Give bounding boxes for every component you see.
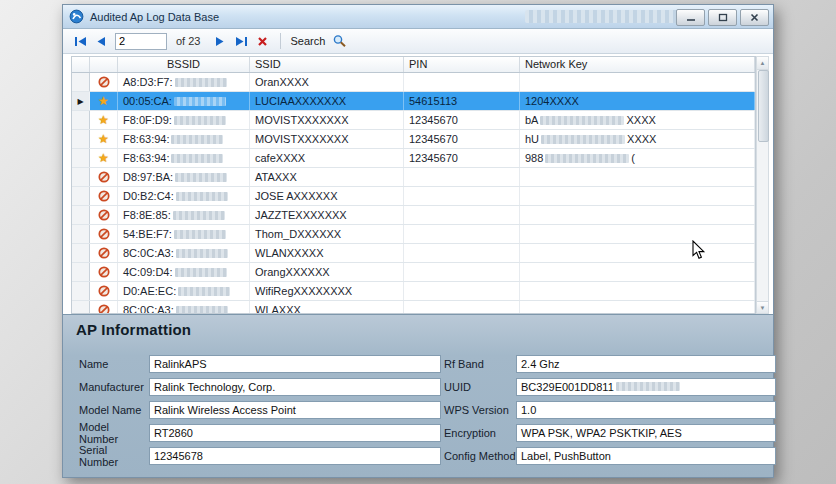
field-value-box[interactable]: Ralink Wireless Access Point: [149, 401, 441, 419]
cell-ssid: WifiRegXXXXXXXX: [250, 282, 404, 300]
cell-bssid: F8:63:94:: [118, 149, 250, 167]
field-label: Serial Number: [79, 444, 149, 468]
cell-row-selector[interactable]: [72, 130, 90, 148]
field-value-box[interactable]: 12345678: [149, 447, 441, 465]
ap-info-field: Model NumberRT2860: [79, 421, 441, 444]
search-icon[interactable]: [332, 34, 347, 48]
redacted-text: [174, 230, 226, 239]
field-label: Name: [79, 358, 149, 370]
cell-pin: [404, 282, 520, 300]
cell-row-selector[interactable]: [72, 301, 90, 314]
cell-bssid: F8:0F:D9:: [118, 111, 250, 129]
field-value-box[interactable]: RT2860: [149, 424, 441, 442]
table-row[interactable]: 54:BE:F7:Thom_DXXXXXX: [72, 225, 755, 244]
ap-info-field: Config MethodLabel, PushButton: [444, 444, 776, 467]
bssid-prefix: 00:05:CA:: [123, 95, 172, 107]
cell-row-selector[interactable]: [72, 187, 90, 205]
table-row[interactable]: F8:8E:85:JAZZTEXXXXXXX: [72, 206, 755, 225]
cell-row-selector[interactable]: [72, 263, 90, 281]
cell-row-selector[interactable]: [72, 244, 90, 262]
toolbar-separator: [280, 33, 281, 49]
first-record-button[interactable]: [71, 32, 89, 50]
cell-row-selector[interactable]: [72, 168, 90, 186]
star-icon: ★: [98, 152, 109, 164]
table-row[interactable]: ▶★00:05:CA:LUCIAAXXXXXXX546151131204XXXX: [72, 92, 755, 111]
table-row[interactable]: ★F8:63:94:cafeXXXX12345670988(: [72, 149, 755, 168]
table-row[interactable]: 4C:09:D4:OrangXXXXXX: [72, 263, 755, 282]
close-button[interactable]: [740, 9, 769, 26]
table-row[interactable]: ★F8:63:94:MOVISTXXXXXXX12345670hUXXXX: [72, 130, 755, 149]
redacted-text: [176, 306, 228, 315]
cell-row-selector[interactable]: [72, 282, 90, 300]
cell-network-key: [520, 206, 755, 224]
redacted-text: [171, 154, 223, 163]
cell-status-icon: ★: [90, 149, 118, 167]
network-key-text: 1204XXXX: [525, 95, 579, 107]
scroll-down-button[interactable]: ▼: [757, 301, 768, 313]
field-value-box[interactable]: 2.4 Ghz: [516, 355, 776, 373]
field-value: Ralink Wireless Access Point: [154, 402, 296, 418]
field-value: RalinkAPS: [154, 356, 207, 372]
ap-info-field: WPS Version1.0: [444, 398, 776, 421]
field-value: RT2860: [154, 425, 193, 441]
table-row[interactable]: 8C:0C:A3:WLAXXX: [72, 301, 755, 314]
cell-row-selector[interactable]: [72, 111, 90, 129]
field-value: Ralink Technology, Corp.: [154, 379, 275, 395]
last-record-button[interactable]: [232, 32, 250, 50]
star-icon: ★: [98, 133, 109, 145]
maximize-button[interactable]: [708, 9, 737, 26]
cell-network-key: 988(: [520, 149, 755, 167]
first-record-icon: [74, 36, 87, 47]
field-value: BC329E001DD811: [521, 379, 614, 395]
cell-status-icon: ★: [90, 92, 118, 110]
field-value-box[interactable]: BC329E001DD811: [516, 378, 776, 396]
prev-record-button[interactable]: [92, 32, 110, 50]
scroll-up-button[interactable]: ▲: [757, 57, 768, 70]
cell-row-selector[interactable]: [72, 149, 90, 167]
cell-pin: 12345670: [404, 111, 520, 129]
redacted-text: [174, 97, 226, 106]
field-value-box[interactable]: Label, PushButton: [516, 447, 776, 465]
ap-info-field: ManufacturerRalink Technology, Corp.: [79, 375, 441, 398]
table-row[interactable]: 8C:0C:A3:WLANXXXXX: [72, 244, 755, 263]
cell-bssid: 4C:09:D4:: [118, 263, 250, 281]
field-value-box[interactable]: 1.0: [516, 401, 776, 419]
prev-record-icon: [96, 36, 106, 47]
column-header-pin[interactable]: PIN: [404, 57, 520, 72]
minimize-button[interactable]: [676, 9, 705, 26]
cell-pin: [404, 206, 520, 224]
scrollbar-thumb[interactable]: [758, 70, 769, 142]
mouse-cursor: [692, 240, 706, 260]
cell-status-icon: [90, 282, 118, 300]
redacted-text: [175, 268, 227, 277]
title-bar[interactable]: Audited Ap Log Data Base: [63, 5, 773, 29]
delete-record-button[interactable]: [253, 32, 271, 50]
redacted-text: [541, 135, 625, 144]
cell-row-selector[interactable]: [72, 73, 90, 91]
table-scrollbar[interactable]: ▲ ▼: [756, 56, 769, 314]
field-label: Encryption: [444, 427, 516, 439]
ap-info-field: UUIDBC329E001DD811: [444, 375, 776, 398]
field-label: Config Method: [444, 450, 516, 462]
redacted-text: [176, 249, 228, 258]
field-value-box[interactable]: Ralink Technology, Corp.: [149, 378, 441, 396]
column-header-ssid[interactable]: SSID: [250, 57, 404, 72]
field-value-box[interactable]: RalinkAPS: [149, 355, 441, 373]
cell-row-selector[interactable]: [72, 206, 90, 224]
record-number-input[interactable]: [115, 33, 167, 50]
cell-network-key: [520, 263, 755, 281]
column-header-bssid[interactable]: BSSID: [118, 57, 250, 72]
next-record-button[interactable]: [211, 32, 229, 50]
column-header-status-icon[interactable]: [90, 57, 118, 72]
cell-row-selector[interactable]: [72, 225, 90, 243]
table-row[interactable]: D8:97:BA:ATAXXX: [72, 168, 755, 187]
table-row[interactable]: D0:AE:EC:WifiRegXXXXXXXX: [72, 282, 755, 301]
cell-network-key: [520, 73, 755, 91]
table-row[interactable]: D0:B2:C4:JOSE AXXXXXX: [72, 187, 755, 206]
field-value-box[interactable]: WPA PSK, WPA2 PSKTKIP, AES: [516, 424, 776, 442]
table-row[interactable]: ★F8:0F:D9:MOVISTXXXXXXX12345670bAXXXX: [72, 111, 755, 130]
blocked-icon: [98, 209, 110, 221]
column-header-network-key[interactable]: Network Key: [520, 57, 755, 72]
cell-row-selector[interactable]: ▶: [72, 92, 90, 110]
table-row[interactable]: A8:D3:F7:OranXXXX: [72, 73, 755, 92]
